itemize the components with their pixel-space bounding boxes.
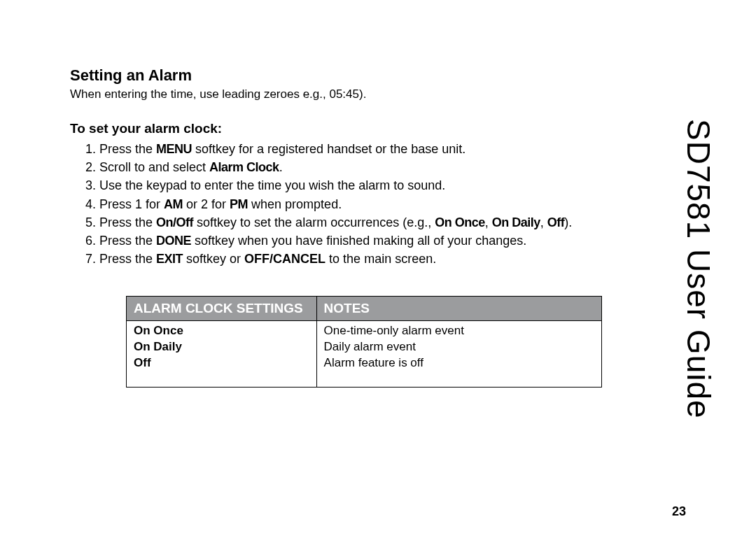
text: , <box>485 215 492 229</box>
text: Use the keypad to enter the time you wis… <box>99 178 445 192</box>
steps-list: Press the MENU softkey for a registered … <box>70 141 616 268</box>
bold-offcancel: OFF/CANCEL <box>244 252 326 266</box>
cell-text: One-time-only alarm event <box>324 324 464 337</box>
text: when prompted. <box>248 197 342 211</box>
step-2: Scroll to and select Alarm Clock. <box>99 159 616 176</box>
text: , <box>540 215 547 229</box>
cell-text: Alarm feature is off <box>324 356 424 369</box>
step-7: Press the EXIT softkey or OFF/CANCEL to … <box>99 250 616 268</box>
bold-done: DONE <box>156 234 191 248</box>
text: ). <box>564 215 572 229</box>
page-number: 23 <box>672 504 686 519</box>
step-4: Press 1 for AM or 2 for PM when prompted… <box>99 196 616 213</box>
step-1: Press the MENU softkey for a registered … <box>99 141 616 158</box>
text: Press the <box>99 142 156 156</box>
content-area: Setting an Alarm When entering the time,… <box>70 66 616 388</box>
text: softkey to set the alarm occurrences (e.… <box>193 215 435 229</box>
page: Setting an Alarm When entering the time,… <box>0 0 756 540</box>
cell-text: Daily alarm event <box>324 340 416 353</box>
text: or 2 for <box>183 197 230 211</box>
text: Scroll to and select <box>99 160 209 174</box>
bold-ondaily: On Daily <box>492 215 540 229</box>
text: to the main screen. <box>326 252 436 266</box>
cell-text: Off <box>134 356 151 369</box>
table-cell-notes: One-time-only alarm event Daily alarm ev… <box>316 321 601 388</box>
intro-text: When entering the time, use leading zero… <box>70 87 616 101</box>
table-wrapper: Alarm Clock Settings Notes On Once On Da… <box>126 296 602 388</box>
bold-pm: PM <box>230 197 248 211</box>
table-header-row: Alarm Clock Settings Notes <box>127 297 602 321</box>
text: . <box>279 160 283 174</box>
settings-table: Alarm Clock Settings Notes On Once On Da… <box>126 296 602 388</box>
side-title-rest: User Guide <box>680 239 717 418</box>
step-3: Use the keypad to enter the time you wis… <box>99 177 616 194</box>
side-title: SD7581 User Guide <box>680 119 718 419</box>
subheading: To set your alarm clock: <box>70 121 616 136</box>
table-row: On Once On Daily Off One-time-only alarm… <box>127 321 602 388</box>
cell-text: On Daily <box>134 340 182 353</box>
section-title: Setting an Alarm <box>70 66 616 85</box>
text: Press the <box>99 252 156 266</box>
bold-alarm-clock: Alarm Clock <box>209 160 279 174</box>
text: Press the <box>99 215 156 229</box>
table-header-notes: Notes <box>316 297 601 321</box>
cell-text: On Once <box>134 324 183 337</box>
text: softkey when you have finished making al… <box>191 234 526 248</box>
bold-am: AM <box>164 197 183 211</box>
text: softkey for a registered handset or the … <box>192 142 465 156</box>
side-title-model: SD7581 <box>680 119 717 239</box>
bold-exit: EXIT <box>156 252 183 266</box>
step-6: Press the DONE softkey when you have fin… <box>99 232 616 250</box>
bold-menu: MENU <box>156 142 192 156</box>
table-cell-settings: On Once On Daily Off <box>127 321 317 388</box>
bold-off: Off <box>547 215 565 229</box>
bold-ononce: On Once <box>435 215 485 229</box>
table-header-settings: Alarm Clock Settings <box>127 297 317 321</box>
text: Press the <box>99 234 156 248</box>
step-5: Press the On/Off softkey to set the alar… <box>99 214 616 232</box>
text: softkey or <box>183 252 244 266</box>
bold-onoff: On/Off <box>156 215 193 229</box>
text: Press 1 for <box>99 197 164 211</box>
